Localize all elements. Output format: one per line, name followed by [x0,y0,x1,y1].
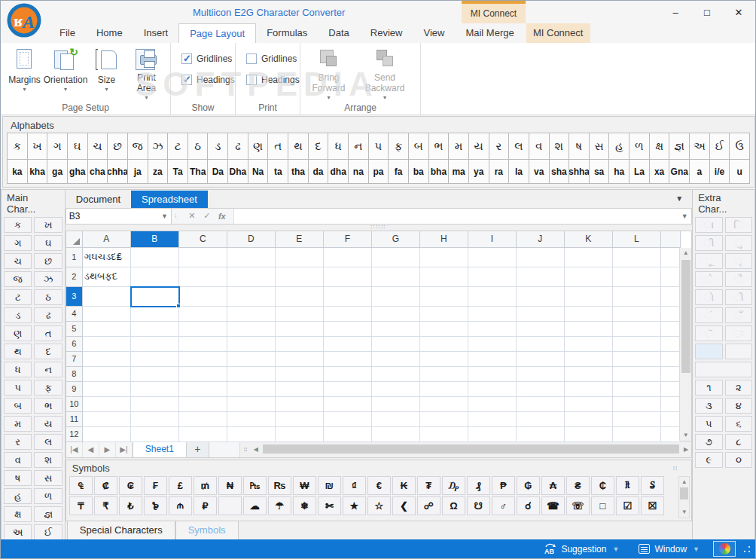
cell-J1[interactable] [517,248,565,267]
ribbon-tab-review[interactable]: Review [360,23,413,43]
cell-B9[interactable] [131,382,179,397]
cell-F7[interactable] [324,352,372,367]
extra-char-empty-button[interactable] [725,344,752,359]
vertical-scrollbar[interactable]: ▲▼ [679,248,691,441]
column-header-c[interactable]: C [179,231,227,248]
symbol-button[interactable]: ☍ [417,496,440,515]
column-header-e[interactable]: E [276,231,324,248]
extra-char-wide-button[interactable] [695,362,752,377]
cell-L8[interactable] [613,367,661,382]
main-char-button[interactable]: જ્ઞ [34,506,62,522]
column-header-j[interactable]: J [517,231,565,248]
cell-C3[interactable] [179,287,227,307]
cell-A8[interactable] [83,367,131,382]
cell-C5[interactable] [179,322,227,337]
scrollbar-thumb[interactable] [263,444,679,454]
minimize-button[interactable]: – [665,4,686,20]
scroll-down-icon[interactable]: ▼ [683,430,689,441]
cell-E12[interactable] [276,427,324,442]
cell-H2[interactable] [420,267,468,287]
first-sheet-button[interactable]: |◀ [66,441,83,457]
ribbon-tab-home[interactable]: Home [86,23,133,43]
cell-A1[interactable]: ગઘચડદ₤ [83,248,131,267]
cell-A11[interactable] [83,412,131,427]
scroll-up-icon[interactable]: ▲ [683,248,689,258]
symbol-button[interactable]: ☁ [243,496,267,515]
cell-H3[interactable] [420,287,468,307]
main-char-button[interactable]: જ [4,271,32,287]
cell-A3[interactable] [83,287,131,307]
cell-C12[interactable] [179,427,227,442]
scroll-down-icon[interactable]: ▼ [681,507,687,518]
symbol-button[interactable]: ₫ [343,476,366,495]
cell-B7[interactable] [131,352,179,367]
cell-L2[interactable] [613,267,661,287]
cell-B1[interactable] [131,248,179,267]
cell-H5[interactable] [420,322,468,337]
cell-I11[interactable] [468,412,517,427]
numeral-button[interactable]: ૬ [725,416,752,432]
cell-E1[interactable] [276,248,324,267]
formula-input[interactable] [234,209,678,224]
symbol-button[interactable]: ₹ [94,496,117,515]
symbol-button[interactable]: ₭ [392,476,416,495]
cell-A7[interactable] [83,352,131,367]
symbol-button[interactable]: ₮ [417,476,440,495]
print-gridlines-checkbox[interactable]: Gridlines [246,53,300,64]
main-char-button[interactable]: ક [4,217,32,233]
cell-E4[interactable] [276,307,324,322]
scrollbar-grip[interactable]: ⁞⁞ [240,446,251,453]
main-char-button[interactable]: અ [4,524,32,540]
row-header-1[interactable]: 1 [66,248,83,267]
cell-B8[interactable] [131,367,179,382]
cell-K9[interactable] [565,382,613,397]
cell-L11[interactable] [613,412,661,427]
main-char-button[interactable]: લ [34,434,62,450]
extra-char-button[interactable]: ો [695,289,722,305]
symbol-button[interactable]: ₣ [144,476,167,495]
main-char-button[interactable]: મ [4,416,32,432]
main-char-button[interactable]: ઝ [34,271,62,287]
scrollbar-thumb[interactable] [680,487,688,499]
numeral-button[interactable]: ૨ [725,380,752,396]
row-header-10[interactable]: 10 [66,397,83,412]
cell-D11[interactable] [227,412,276,427]
sheet-tab-sheet1[interactable]: Sheet1 [133,441,187,457]
symbol-button[interactable]: ☌ [517,496,540,515]
close-button[interactable]: ✕ [728,4,749,20]
cell-A2[interactable]: ડથબફદ [83,267,131,287]
extra-char-button[interactable]: ા [695,217,722,233]
symbols-scrollbar[interactable]: ▲ ▼ [678,476,690,518]
column-header-g[interactable]: G [372,231,420,248]
horizontal-scrollbar[interactable]: ⁞⁞ ◀ ▶ [239,441,691,457]
cell-J6[interactable] [517,337,565,352]
cell-B6[interactable] [131,337,179,352]
cell-G9[interactable] [372,382,420,397]
cell-D5[interactable] [227,322,276,337]
symbol-button[interactable]: ☏ [566,496,590,515]
cell-L6[interactable] [613,337,661,352]
cell-J5[interactable] [517,322,565,337]
cell-I8[interactable] [468,367,517,382]
cell-L3[interactable] [613,287,661,307]
row-header-2[interactable]: 2 [66,267,83,287]
scroll-right-icon[interactable]: ▶ [681,446,691,453]
extra-char-button[interactable]: ઁ [725,307,752,323]
cell-F11[interactable] [324,412,372,427]
ribbon-tab-file[interactable]: File [49,23,86,43]
main-char-button[interactable]: ક્ષ [4,506,32,522]
cell-I5[interactable] [468,322,517,337]
cell-D12[interactable] [227,427,276,442]
cell-I6[interactable] [468,337,517,352]
cell-E11[interactable] [276,412,324,427]
row-header-4[interactable]: 4 [66,307,83,322]
send-backward-button[interactable]: Send Backward▾ [354,46,416,101]
tab-symbols[interactable]: Symbols [175,521,239,541]
cell-H12[interactable] [420,427,468,442]
column-header-a[interactable]: A [83,231,131,248]
confirm-entry-button[interactable]: ✓ [200,211,214,221]
main-char-button[interactable]: ગ [4,235,32,251]
symbol-button[interactable]: ₩ [293,476,316,495]
cancel-entry-button[interactable]: ✕ [185,211,199,221]
symbol-button[interactable]: ₴ [566,476,590,495]
